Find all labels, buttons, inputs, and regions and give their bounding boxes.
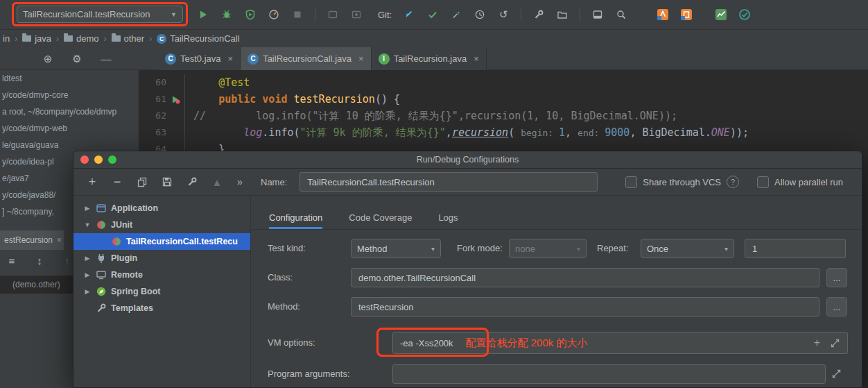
zoom-window-button[interactable] (108, 155, 116, 164)
name-field[interactable]: TailRecursionCall.testRecursion (300, 172, 598, 192)
editor-tab[interactable]: CTest0.java× (158, 47, 241, 70)
close-icon[interactable]: × (474, 53, 479, 64)
debug-icon[interactable] (219, 7, 234, 22)
vm-options-field[interactable]: -ea -Xss200k 配置给栈分配 200k 的大小 + (392, 332, 848, 354)
config-tab-code-coverage[interactable]: Code Coverage (349, 212, 412, 229)
run-icon[interactable] (196, 7, 211, 22)
plugin-a-icon[interactable] (655, 7, 670, 22)
commit-icon[interactable] (425, 7, 440, 22)
config-tree-item[interactable]: Templates (73, 300, 250, 317)
run-panel-tab[interactable]: estRecursion × (0, 230, 64, 250)
code-line: 63 log.info("计算 9k 的阶乘, 结果为{}",recursion… (139, 124, 868, 141)
screen-record-icon[interactable] (349, 7, 364, 22)
editor-tab[interactable]: ITailRecursion.java× (372, 47, 487, 70)
breadcrumb-item[interactable]: CTailRecursionCall (157, 33, 239, 44)
hide-icon[interactable]: — (98, 51, 114, 67)
share-vcs-checkbox[interactable] (625, 176, 637, 188)
chevrons-icon[interactable]: » (237, 169, 243, 195)
history-icon[interactable] (472, 7, 487, 22)
config-tree-item[interactable]: TailRecursionCall.testRecu (73, 233, 250, 250)
run-config-combo[interactable]: TailRecursionCall.testRecursion ▼ (17, 6, 183, 23)
search-icon[interactable] (614, 7, 629, 22)
run-test-gutter-icon[interactable] (166, 91, 185, 108)
restore-windows-icon[interactable] (590, 7, 605, 22)
breadcrumb-item[interactable]: other (112, 33, 145, 44)
breadcrumb-label: in (3, 33, 10, 44)
add-icon[interactable]: + (85, 174, 100, 189)
fork-mode-dropdown[interactable]: none ▾ (509, 239, 587, 258)
config-tree-item[interactable]: ▶Application (73, 200, 250, 217)
config-tree-label: Plugin (111, 253, 137, 263)
project-tree-item[interactable]: y/code/dmvp-web (0, 120, 139, 137)
gutter-spacer (166, 108, 185, 124)
allow-parallel-checkbox[interactable] (757, 176, 769, 188)
config-tab-configuration[interactable]: Configuration (269, 212, 322, 229)
plugin-approve-icon[interactable] (737, 7, 752, 22)
config-tree-item[interactable]: ▼JUnit (73, 217, 250, 233)
config-tree: ▶Application▼JUnitTailRecursionCall.test… (73, 200, 250, 387)
test-kind-label: Test kind: (268, 239, 306, 258)
close-icon[interactable]: × (228, 53, 234, 64)
close-icon[interactable]: × (358, 53, 364, 64)
edit-defaults-icon[interactable] (184, 174, 200, 189)
stop-icon[interactable] (290, 7, 305, 22)
tree-arrow-icon[interactable]: ▶ (83, 288, 92, 295)
minimize-window-button[interactable] (94, 155, 103, 164)
plugin-chart-icon[interactable] (713, 7, 729, 22)
config-tree-item[interactable]: ▶Remote (73, 267, 250, 283)
tree-arrow-icon[interactable]: ▶ (83, 255, 92, 262)
breadcrumb-label: java (35, 33, 51, 44)
tree-arrow-icon[interactable]: ▼ (83, 221, 92, 228)
expand-icon[interactable] (830, 338, 840, 348)
tree-arrow-icon[interactable]: ▶ (83, 271, 92, 278)
help-icon[interactable]: ? (727, 176, 739, 188)
config-tree-item[interactable]: ▶Spring Boot (73, 283, 250, 300)
plugin-b-icon[interactable] (679, 7, 694, 22)
editor-tab[interactable]: CTailRecursionCall.java× (241, 47, 371, 70)
method-field[interactable]: testRecursion (351, 297, 819, 317)
move-up-icon[interactable]: ▲ (209, 174, 225, 189)
project-tree-item[interactable]: y/code/dmvp-core (0, 87, 139, 103)
project-tree-item[interactable]: a root, ~/8company/code/dmvp (0, 103, 139, 120)
settings-icon[interactable]: ⚙ (69, 51, 85, 67)
class-icon: C (165, 53, 176, 65)
remove-icon[interactable]: − (110, 174, 125, 189)
add-icon[interactable]: + (814, 337, 820, 349)
sync-folder-icon[interactable] (555, 7, 570, 22)
screenshot-icon[interactable] (325, 7, 340, 22)
class-browse-button[interactable]: ... (826, 268, 847, 287)
rollback-icon[interactable]: ↺ (496, 7, 511, 22)
class-field[interactable]: demo.other.TailRecursionCall (351, 268, 819, 287)
close-icon[interactable]: × (57, 235, 62, 245)
dialog-name-row: Name: TailRecursionCall.testRecursion Sh… (251, 169, 862, 195)
method-browse-button[interactable]: ... (826, 297, 847, 317)
locate-icon[interactable]: ⊕ (40, 51, 55, 67)
run-panel-tab-label: estRecursion (4, 235, 53, 245)
project-tree-item[interactable]: ldtest (0, 70, 139, 87)
code-text: log.info("计算 9k 的阶乘, 结果为{}",recursion( b… (193, 124, 749, 141)
close-window-button[interactable] (80, 155, 89, 164)
save-icon[interactable] (159, 174, 175, 189)
update-icon[interactable] (401, 7, 417, 22)
breadcrumb-item[interactable]: demo (64, 33, 99, 44)
program-arguments-field[interactable] (392, 364, 826, 384)
copy-icon[interactable] (134, 174, 150, 189)
repeat-count-field[interactable]: 1 (745, 239, 846, 258)
config-tab-logs[interactable]: Logs (438, 212, 458, 229)
breadcrumb-item[interactable]: java (22, 33, 51, 44)
profiler-icon[interactable] (266, 7, 281, 22)
run-debug-config-dialog: Run/Debug Configurations +−▲ » Name: Tai… (73, 151, 862, 388)
tree-arrow-icon[interactable]: ▶ (83, 205, 92, 212)
coverage-icon[interactable] (243, 7, 258, 22)
repeat-dropdown[interactable]: Once ▾ (641, 239, 734, 258)
breadcrumb-item[interactable]: in (3, 33, 10, 44)
code-area: 60 @Test61 public void testRecursion() {… (139, 70, 868, 158)
config-tree-item[interactable]: ▶Plugin (73, 250, 250, 267)
swap-icon[interactable]: ↕ (32, 253, 47, 268)
wrench-icon[interactable] (531, 7, 546, 22)
expand-icon[interactable] (831, 369, 842, 381)
filter-icon[interactable]: ≡ (4, 253, 19, 268)
class-icon: C (248, 53, 259, 65)
test-kind-dropdown[interactable]: Method ▾ (351, 239, 441, 258)
cherry-pick-icon[interactable] (449, 7, 464, 22)
